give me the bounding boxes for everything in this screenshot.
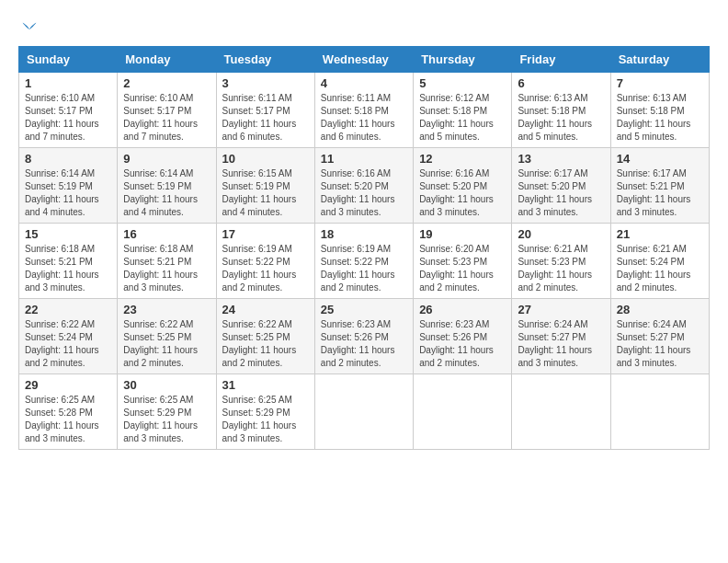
day-info: Sunrise: 6:25 AMSunset: 5:28 PMDaylight:… <box>25 394 111 445</box>
day-number: 16 <box>123 227 210 241</box>
calendar-cell: 24Sunrise: 6:22 AMSunset: 5:25 PMDayligh… <box>216 298 314 373</box>
day-header-saturday: Saturday <box>610 46 709 72</box>
day-number: 4 <box>321 76 407 90</box>
calendar-cell: 3Sunrise: 6:11 AMSunset: 5:17 PMDaylight… <box>216 72 314 147</box>
day-info: Sunrise: 6:14 AMSunset: 5:19 PMDaylight:… <box>25 167 111 219</box>
day-info: Sunrise: 6:17 AMSunset: 5:20 PMDaylight:… <box>518 167 604 219</box>
calendar-cell: 26Sunrise: 6:23 AMSunset: 5:26 PMDayligh… <box>414 298 512 373</box>
calendar-cell: 8Sunrise: 6:14 AMSunset: 5:19 PMDaylight… <box>19 147 118 223</box>
day-number: 7 <box>617 76 703 90</box>
day-info: Sunrise: 6:17 AMSunset: 5:21 PMDaylight:… <box>617 167 703 219</box>
day-number: 26 <box>419 303 506 316</box>
day-number: 25 <box>321 303 407 316</box>
calendar-header: SundayMondayTuesdayWednesdayThursdayFrid… <box>19 46 710 72</box>
day-info: Sunrise: 6:20 AMSunset: 5:23 PMDaylight:… <box>419 243 506 294</box>
calendar-cell: 1Sunrise: 6:10 AMSunset: 5:17 PMDaylight… <box>19 72 118 147</box>
calendar-cell: 10Sunrise: 6:15 AMSunset: 5:19 PMDayligh… <box>216 147 314 223</box>
calendar-cell: 27Sunrise: 6:24 AMSunset: 5:27 PMDayligh… <box>512 298 610 373</box>
day-info: Sunrise: 6:25 AMSunset: 5:29 PMDaylight:… <box>222 394 309 445</box>
logo-bird-icon <box>20 20 39 39</box>
calendar-table: SundayMondayTuesdayWednesdayThursdayFrid… <box>18 46 710 450</box>
day-info: Sunrise: 6:21 AMSunset: 5:24 PMDaylight:… <box>617 243 703 294</box>
day-info: Sunrise: 6:11 AMSunset: 5:17 PMDaylight:… <box>222 92 309 144</box>
day-header-thursday: Thursday <box>414 46 512 72</box>
day-number: 19 <box>419 227 506 241</box>
day-info: Sunrise: 6:15 AMSunset: 5:19 PMDaylight:… <box>222 167 309 219</box>
day-info: Sunrise: 6:12 AMSunset: 5:18 PMDaylight:… <box>419 92 506 144</box>
day-number: 9 <box>123 152 210 166</box>
calendar-cell: 4Sunrise: 6:11 AMSunset: 5:18 PMDaylight… <box>314 72 413 147</box>
day-info: Sunrise: 6:16 AMSunset: 5:20 PMDaylight:… <box>321 167 407 219</box>
calendar-cell: 12Sunrise: 6:16 AMSunset: 5:20 PMDayligh… <box>414 147 512 223</box>
day-number: 14 <box>617 152 703 166</box>
day-info: Sunrise: 6:13 AMSunset: 5:18 PMDaylight:… <box>617 92 703 144</box>
day-number: 23 <box>123 303 210 316</box>
calendar-cell: 7Sunrise: 6:13 AMSunset: 5:18 PMDaylight… <box>610 72 709 147</box>
calendar-cell: 13Sunrise: 6:17 AMSunset: 5:20 PMDayligh… <box>512 147 610 223</box>
day-info: Sunrise: 6:18 AMSunset: 5:21 PMDaylight:… <box>123 243 210 294</box>
day-number: 31 <box>222 378 309 392</box>
calendar-cell <box>512 373 610 449</box>
header <box>18 18 710 39</box>
week-row-4: 22Sunrise: 6:22 AMSunset: 5:24 PMDayligh… <box>19 298 710 373</box>
day-number: 8 <box>25 152 111 166</box>
day-number: 29 <box>25 378 111 392</box>
day-number: 2 <box>123 76 210 90</box>
calendar-cell: 25Sunrise: 6:23 AMSunset: 5:26 PMDayligh… <box>314 298 413 373</box>
day-info: Sunrise: 6:24 AMSunset: 5:27 PMDaylight:… <box>518 318 604 370</box>
calendar-cell: 15Sunrise: 6:18 AMSunset: 5:21 PMDayligh… <box>19 223 118 298</box>
day-info: Sunrise: 6:25 AMSunset: 5:29 PMDaylight:… <box>123 394 210 445</box>
day-number: 1 <box>25 76 111 90</box>
day-number: 21 <box>617 227 703 241</box>
calendar-cell: 14Sunrise: 6:17 AMSunset: 5:21 PMDayligh… <box>610 147 709 223</box>
calendar-cell: 17Sunrise: 6:19 AMSunset: 5:22 PMDayligh… <box>216 223 314 298</box>
week-row-2: 8Sunrise: 6:14 AMSunset: 5:19 PMDaylight… <box>19 147 710 223</box>
day-info: Sunrise: 6:22 AMSunset: 5:24 PMDaylight:… <box>25 318 111 370</box>
day-number: 15 <box>25 227 111 241</box>
day-number: 12 <box>419 152 506 166</box>
day-info: Sunrise: 6:14 AMSunset: 5:19 PMDaylight:… <box>123 167 210 219</box>
calendar-cell: 2Sunrise: 6:10 AMSunset: 5:17 PMDaylight… <box>118 72 216 147</box>
day-number: 5 <box>419 76 506 90</box>
day-number: 13 <box>518 152 604 166</box>
calendar-cell: 23Sunrise: 6:22 AMSunset: 5:25 PMDayligh… <box>118 298 216 373</box>
calendar-cell <box>314 373 413 449</box>
day-number: 18 <box>321 227 407 241</box>
day-info: Sunrise: 6:16 AMSunset: 5:20 PMDaylight:… <box>419 167 506 219</box>
week-row-3: 15Sunrise: 6:18 AMSunset: 5:21 PMDayligh… <box>19 223 710 298</box>
calendar-body: 1Sunrise: 6:10 AMSunset: 5:17 PMDaylight… <box>19 72 710 449</box>
calendar-cell: 9Sunrise: 6:14 AMSunset: 5:19 PMDaylight… <box>118 147 216 223</box>
calendar-cell: 19Sunrise: 6:20 AMSunset: 5:23 PMDayligh… <box>414 223 512 298</box>
header-row: SundayMondayTuesdayWednesdayThursdayFrid… <box>19 46 710 72</box>
day-number: 3 <box>222 76 309 90</box>
calendar-cell: 29Sunrise: 6:25 AMSunset: 5:28 PMDayligh… <box>19 373 118 449</box>
day-info: Sunrise: 6:24 AMSunset: 5:27 PMDaylight:… <box>617 318 703 370</box>
day-number: 22 <box>25 303 111 316</box>
day-info: Sunrise: 6:21 AMSunset: 5:23 PMDaylight:… <box>518 243 604 294</box>
calendar-cell: 5Sunrise: 6:12 AMSunset: 5:18 PMDaylight… <box>414 72 512 147</box>
day-info: Sunrise: 6:19 AMSunset: 5:22 PMDaylight:… <box>222 243 309 294</box>
week-row-1: 1Sunrise: 6:10 AMSunset: 5:17 PMDaylight… <box>19 72 710 147</box>
calendar-cell: 28Sunrise: 6:24 AMSunset: 5:27 PMDayligh… <box>610 298 709 373</box>
day-info: Sunrise: 6:13 AMSunset: 5:18 PMDaylight:… <box>518 92 604 144</box>
day-number: 10 <box>222 152 309 166</box>
day-info: Sunrise: 6:22 AMSunset: 5:25 PMDaylight:… <box>123 318 210 370</box>
day-info: Sunrise: 6:18 AMSunset: 5:21 PMDaylight:… <box>25 243 111 294</box>
day-header-tuesday: Tuesday <box>216 46 314 72</box>
logo <box>18 18 39 39</box>
day-info: Sunrise: 6:10 AMSunset: 5:17 PMDaylight:… <box>25 92 111 144</box>
day-info: Sunrise: 6:10 AMSunset: 5:17 PMDaylight:… <box>123 92 210 144</box>
day-info: Sunrise: 6:23 AMSunset: 5:26 PMDaylight:… <box>321 318 407 370</box>
day-header-monday: Monday <box>118 46 216 72</box>
calendar-cell <box>610 373 709 449</box>
day-header-friday: Friday <box>512 46 610 72</box>
day-number: 24 <box>222 303 309 316</box>
day-number: 20 <box>518 227 604 241</box>
calendar-cell: 21Sunrise: 6:21 AMSunset: 5:24 PMDayligh… <box>610 223 709 298</box>
day-header-sunday: Sunday <box>19 46 118 72</box>
calendar-cell: 18Sunrise: 6:19 AMSunset: 5:22 PMDayligh… <box>314 223 413 298</box>
day-info: Sunrise: 6:19 AMSunset: 5:22 PMDaylight:… <box>321 243 407 294</box>
day-number: 6 <box>518 76 604 90</box>
day-info: Sunrise: 6:22 AMSunset: 5:25 PMDaylight:… <box>222 318 309 370</box>
calendar-cell <box>414 373 512 449</box>
